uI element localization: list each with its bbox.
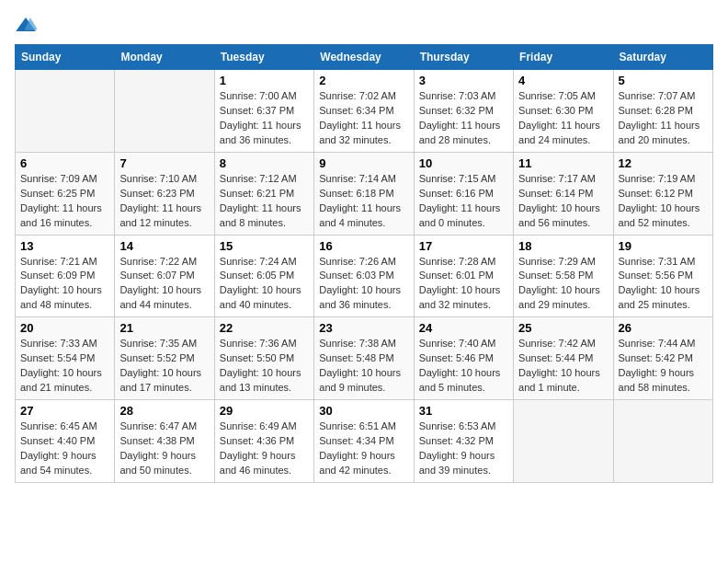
day-number: 21 — [119, 321, 209, 335]
day-number: 22 — [220, 321, 309, 335]
cell-info: Sunset: 4:32 PM — [419, 434, 508, 449]
calendar-cell: 1Sunrise: 7:00 AMSunset: 6:37 PMDaylight… — [214, 70, 313, 153]
calendar-cell: 29Sunrise: 6:49 AMSunset: 4:36 PMDayligh… — [214, 400, 313, 483]
cell-info: Sunrise: 7:02 AM — [319, 89, 408, 104]
cell-info: Sunrise: 6:49 AM — [220, 419, 309, 434]
day-number: 7 — [119, 156, 209, 170]
calendar-cell: 15Sunrise: 7:24 AMSunset: 6:05 PMDayligh… — [214, 235, 313, 317]
cell-info: Sunset: 6:18 PM — [319, 187, 408, 201]
cell-info: Daylight: 10 hours and 40 minutes. — [220, 283, 309, 313]
cell-info: Sunset: 4:38 PM — [119, 434, 209, 449]
calendar-cell: 6Sunrise: 7:09 AMSunset: 6:25 PMDaylight… — [16, 152, 115, 235]
cell-info: Sunrise: 7:22 AM — [119, 255, 209, 270]
cell-info: Daylight: 11 hours and 16 minutes. — [20, 201, 109, 231]
calendar-cell: 13Sunrise: 7:21 AMSunset: 6:09 PMDayligh… — [16, 235, 115, 317]
calendar-header-row: SundayMondayTuesdayWednesdayThursdayFrid… — [16, 45, 713, 70]
cell-info: Daylight: 10 hours and 56 minutes. — [518, 201, 608, 231]
calendar-cell — [16, 70, 115, 153]
cell-info: Daylight: 11 hours and 28 minutes. — [419, 119, 508, 148]
cell-info: Sunset: 4:40 PM — [20, 434, 109, 449]
day-number: 3 — [419, 74, 508, 87]
cell-info: Sunrise: 6:45 AM — [20, 419, 109, 434]
cell-info: Sunrise: 7:07 AM — [619, 89, 708, 104]
cell-info: Daylight: 10 hours and 13 minutes. — [220, 366, 309, 396]
day-number: 18 — [518, 239, 608, 253]
cell-info: Sunset: 6:23 PM — [119, 187, 209, 201]
day-number: 12 — [619, 156, 708, 170]
cell-info: Sunrise: 7:29 AM — [518, 255, 608, 270]
day-number: 19 — [619, 239, 708, 253]
cell-info: Daylight: 11 hours and 12 minutes. — [119, 201, 209, 231]
day-number: 4 — [518, 74, 608, 87]
day-header-monday: Monday — [115, 45, 214, 70]
day-number: 16 — [319, 239, 408, 253]
cell-info: Sunset: 6:30 PM — [518, 104, 608, 119]
day-number: 11 — [518, 156, 608, 170]
cell-info: Daylight: 9 hours and 58 minutes. — [619, 366, 708, 396]
calendar-week-4: 20Sunrise: 7:33 AMSunset: 5:54 PMDayligh… — [16, 317, 713, 400]
calendar-cell: 4Sunrise: 7:05 AMSunset: 6:30 PMDaylight… — [514, 70, 613, 153]
day-header-sunday: Sunday — [16, 45, 115, 70]
day-header-saturday: Saturday — [613, 45, 712, 70]
calendar-week-2: 6Sunrise: 7:09 AMSunset: 6:25 PMDaylight… — [16, 152, 713, 235]
cell-info: Sunrise: 7:36 AM — [220, 337, 309, 351]
calendar-cell: 30Sunrise: 6:51 AMSunset: 4:34 PMDayligh… — [314, 400, 414, 483]
day-number: 30 — [319, 404, 408, 418]
cell-info: Sunset: 6:07 PM — [119, 269, 209, 283]
cell-info: Sunrise: 7:14 AM — [319, 172, 408, 187]
calendar-cell — [115, 70, 214, 153]
logo-icon — [15, 15, 37, 37]
cell-info: Sunrise: 7:42 AM — [518, 337, 608, 351]
cell-info: Sunset: 6:32 PM — [419, 104, 508, 119]
cell-info: Daylight: 9 hours and 39 minutes. — [419, 449, 508, 478]
cell-info: Sunset: 6:05 PM — [220, 269, 309, 283]
cell-info: Sunset: 6:14 PM — [518, 187, 608, 201]
calendar-cell: 3Sunrise: 7:03 AMSunset: 6:32 PMDaylight… — [414, 70, 513, 153]
day-number: 26 — [619, 321, 708, 335]
cell-info: Sunset: 5:52 PM — [119, 351, 209, 366]
cell-info: Daylight: 10 hours and 48 minutes. — [20, 283, 109, 313]
cell-info: Daylight: 10 hours and 52 minutes. — [619, 201, 708, 231]
cell-info: Daylight: 10 hours and 17 minutes. — [119, 366, 209, 396]
calendar-cell: 9Sunrise: 7:14 AMSunset: 6:18 PMDaylight… — [314, 152, 414, 235]
day-number: 10 — [419, 156, 508, 170]
logo — [15, 15, 40, 37]
calendar-table: SundayMondayTuesdayWednesdayThursdayFrid… — [15, 44, 713, 483]
calendar-cell: 7Sunrise: 7:10 AMSunset: 6:23 PMDaylight… — [115, 152, 214, 235]
day-number: 2 — [319, 74, 408, 87]
cell-info: Daylight: 9 hours and 46 minutes. — [220, 449, 309, 478]
cell-info: Daylight: 11 hours and 4 minutes. — [319, 201, 408, 231]
day-number: 20 — [20, 321, 109, 335]
cell-info: Sunrise: 7:19 AM — [619, 172, 708, 187]
cell-info: Sunrise: 7:05 AM — [518, 89, 608, 104]
cell-info: Sunrise: 7:21 AM — [20, 255, 109, 270]
cell-info: Sunset: 6:16 PM — [419, 187, 508, 201]
calendar-cell: 24Sunrise: 7:40 AMSunset: 5:46 PMDayligh… — [414, 317, 513, 400]
day-number: 14 — [119, 239, 209, 253]
calendar-cell: 5Sunrise: 7:07 AMSunset: 6:28 PMDaylight… — [613, 70, 712, 153]
cell-info: Sunrise: 7:09 AM — [20, 172, 109, 187]
day-number: 24 — [419, 321, 508, 335]
cell-info: Daylight: 10 hours and 9 minutes. — [319, 366, 408, 396]
day-header-thursday: Thursday — [414, 45, 513, 70]
day-number: 8 — [220, 156, 309, 170]
calendar-cell — [613, 400, 712, 483]
calendar-cell: 14Sunrise: 7:22 AMSunset: 6:07 PMDayligh… — [115, 235, 214, 317]
cell-info: Sunrise: 7:12 AM — [220, 172, 309, 187]
day-number: 15 — [220, 239, 309, 253]
cell-info: Sunrise: 7:33 AM — [20, 337, 109, 351]
cell-info: Sunrise: 7:10 AM — [119, 172, 209, 187]
calendar-cell: 23Sunrise: 7:38 AMSunset: 5:48 PMDayligh… — [314, 317, 414, 400]
cell-info: Sunset: 6:09 PM — [20, 269, 109, 283]
cell-info: Daylight: 11 hours and 0 minutes. — [419, 201, 508, 231]
cell-info: Sunrise: 7:17 AM — [518, 172, 608, 187]
cell-info: Daylight: 10 hours and 1 minute. — [518, 366, 608, 396]
cell-info: Sunset: 6:12 PM — [619, 187, 708, 201]
calendar-week-3: 13Sunrise: 7:21 AMSunset: 6:09 PMDayligh… — [16, 235, 713, 317]
calendar-cell: 26Sunrise: 7:44 AMSunset: 5:42 PMDayligh… — [613, 317, 712, 400]
cell-info: Sunset: 6:37 PM — [220, 104, 309, 119]
calendar-cell: 22Sunrise: 7:36 AMSunset: 5:50 PMDayligh… — [214, 317, 313, 400]
calendar-cell: 21Sunrise: 7:35 AMSunset: 5:52 PMDayligh… — [115, 317, 214, 400]
cell-info: Sunrise: 7:31 AM — [619, 255, 708, 270]
day-number: 28 — [119, 404, 209, 418]
